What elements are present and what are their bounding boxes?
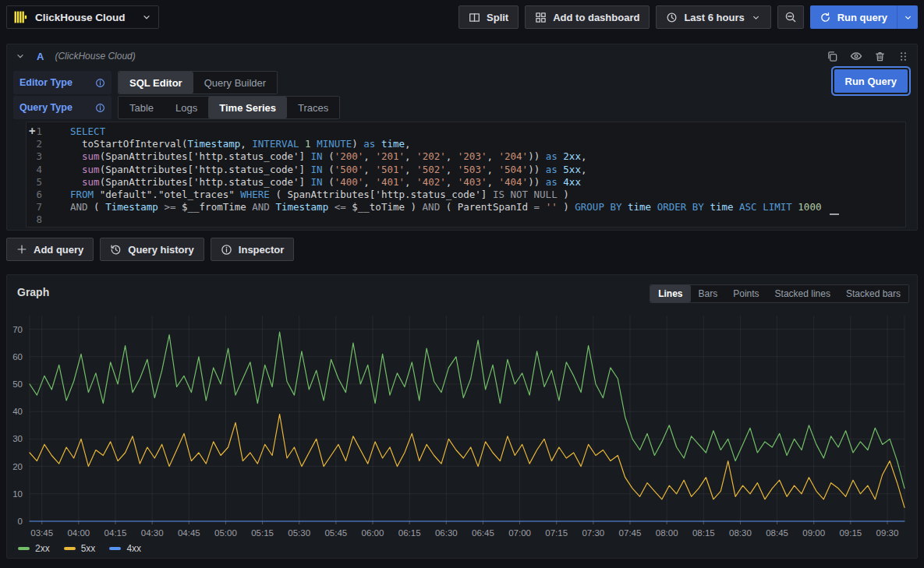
- x-axis-tick-label: 06:45: [472, 528, 494, 538]
- clock-icon: [666, 12, 678, 23]
- x-axis-tick-label: 06:15: [398, 528, 421, 538]
- datasource-picker[interactable]: ClickHouse Cloud: [6, 5, 159, 29]
- run-query-panel-button[interactable]: Run Query: [834, 69, 908, 93]
- query-editor-panel: A (ClickHouse Cloud): [6, 44, 918, 231]
- x-axis-tick-label: 05:00: [214, 528, 237, 538]
- x-axis-tick-label: 08:00: [656, 528, 678, 538]
- graph-mode-option-stacked-bars[interactable]: Stacked bars: [838, 285, 908, 302]
- query-type-option-table[interactable]: Table: [119, 97, 165, 118]
- x-axis-tick-label: 08:45: [766, 528, 788, 538]
- editor-type-option-sql-editor[interactable]: SQL Editor: [119, 72, 193, 93]
- sql-line-7[interactable]: AND ( Timestamp >= $__fromTime AND Times…: [70, 201, 902, 213]
- info-icon[interactable]: [95, 103, 105, 113]
- line-number: 6: [27, 189, 42, 201]
- y-axis-tick-label: 30: [12, 434, 23, 443]
- run-query-button[interactable]: Run query: [810, 5, 897, 29]
- split-button[interactable]: Split: [458, 5, 519, 29]
- query-history-button[interactable]: Query history: [100, 238, 204, 261]
- collapse-chevron-icon[interactable]: [15, 51, 26, 62]
- line-number: 7: [27, 201, 42, 213]
- run-query-label: Run query: [837, 12, 887, 23]
- toolbar-right-group: Split Add to dashboard Last 6 hours: [458, 5, 918, 29]
- editor-type-label-text: Editor Type: [19, 77, 73, 88]
- zoom-out-time-button[interactable]: [777, 5, 804, 29]
- sql-line-6[interactable]: FROM "default"."otel_traces" WHERE ( Spa…: [70, 189, 902, 201]
- editor-type-label: Editor Type: [13, 71, 112, 94]
- editor-cursor: [830, 213, 839, 215]
- x-axis-tick-label: 08:15: [692, 528, 715, 538]
- time-range-picker[interactable]: Last 6 hours: [656, 5, 770, 29]
- duplicate-query-icon[interactable]: [827, 51, 838, 62]
- inspector-button[interactable]: Inspector: [211, 238, 295, 261]
- query-header-actions: [827, 50, 909, 62]
- chevron-down-icon: [141, 12, 152, 23]
- sql-line-1[interactable]: SELECT: [70, 125, 902, 138]
- x-axis-tick-label: 07:30: [582, 528, 604, 538]
- legend-swatch-5xx: [64, 547, 76, 550]
- legend-item-2xx[interactable]: 2xx: [18, 543, 50, 554]
- query-type-option-time-series[interactable]: Time Series: [208, 97, 287, 118]
- x-axis-tick-label: 07:15: [545, 528, 568, 538]
- x-axis-tick-label: 05:30: [288, 528, 310, 538]
- x-axis-tick-label: 07:45: [619, 528, 642, 538]
- graph-style-radio-group: LinesBarsPointsStacked linesStacked bars: [650, 284, 909, 303]
- line-number: 8: [27, 213, 42, 226]
- x-axis-tick-label: 08:30: [729, 528, 752, 538]
- sql-line-3[interactable]: sum(SpanAttributes['http.status_code'] I…: [70, 150, 902, 163]
- y-axis-tick-label: 70: [12, 325, 23, 334]
- line-number-gutter: 12345678: [27, 125, 42, 227]
- x-axis-tick-label: 04:00: [67, 528, 90, 538]
- editor-type-option-query-builder[interactable]: Query Builder: [193, 72, 277, 93]
- zoom-out-icon: [784, 11, 797, 23]
- info-icon[interactable]: [95, 78, 105, 88]
- add-query-button[interactable]: Add query: [6, 238, 94, 261]
- legend-item-4xx[interactable]: 4xx: [109, 543, 141, 554]
- add-to-dashboard-button[interactable]: Add to dashboard: [525, 5, 650, 29]
- graph-mode-option-stacked-lines[interactable]: Stacked lines: [767, 285, 838, 302]
- x-axis-tick-label: 06:00: [362, 528, 384, 538]
- time-series-chart[interactable]: 01020304050607003:4504:0004:1504:3004:45…: [7, 309, 917, 543]
- sql-line-2[interactable]: toStartOfInterval(Timestamp, INTERVAL 1 …: [70, 138, 902, 150]
- history-icon: [110, 244, 122, 256]
- chevron-down-icon: [751, 12, 761, 23]
- x-axis-tick-label: 09:30: [876, 528, 899, 538]
- grafana-explore-page: ClickHouse Cloud Split Add t: [0, 0, 924, 568]
- query-type-option-logs[interactable]: Logs: [165, 97, 208, 118]
- graph-mode-option-lines[interactable]: Lines: [650, 285, 690, 302]
- dashboard-grid-icon: [535, 12, 547, 23]
- top-toolbar: ClickHouse Cloud Split Add t: [0, 0, 924, 34]
- refresh-icon: [820, 12, 831, 23]
- y-axis-tick-label: 50: [12, 379, 23, 389]
- sql-line-5[interactable]: sum(SpanAttributes['http.status_code'] I…: [70, 176, 902, 189]
- plus-icon: [16, 244, 27, 255]
- graph-mode-option-bars[interactable]: Bars: [691, 285, 726, 302]
- explore-actions-row: Add query Query history Inspector: [6, 238, 294, 261]
- run-query-dropdown-caret[interactable]: [897, 5, 918, 29]
- editor-type-row: Editor Type SQL EditorQuery Builder: [13, 71, 278, 94]
- query-history-label: Query history: [128, 244, 194, 256]
- sql-line-4[interactable]: sum(SpanAttributes['http.status_code'] I…: [70, 164, 902, 176]
- add-query-label: Add query: [34, 244, 83, 256]
- editor-type-segmented-control: SQL EditorQuery Builder: [118, 71, 278, 94]
- y-axis-tick-label: 10: [12, 489, 23, 499]
- query-type-option-traces[interactable]: Traces: [287, 97, 339, 118]
- legend-label-2xx: 2xx: [35, 543, 50, 554]
- legend-item-5xx[interactable]: 5xx: [64, 543, 96, 554]
- y-axis-tick-label: 0: [18, 517, 23, 526]
- sql-code-editor[interactable]: + 12345678 SELECT toStartOfInterval(Time…: [26, 122, 906, 228]
- hide-response-eye-icon[interactable]: [850, 50, 862, 62]
- split-icon: [469, 12, 480, 23]
- delete-query-trash-icon[interactable]: [874, 51, 886, 62]
- sql-code-lines: SELECT toStartOfInterval(Timestamp, INTE…: [70, 125, 902, 227]
- query-type-label: Query Type: [13, 96, 112, 119]
- query-type-label-text: Query Type: [19, 102, 73, 113]
- x-axis-tick-label: 05:45: [324, 528, 347, 538]
- query-header: A (ClickHouse Cloud): [7, 44, 917, 68]
- drag-handle-icon[interactable]: [897, 51, 909, 62]
- legend-label-4xx: 4xx: [126, 543, 141, 554]
- clickhouse-logo-icon: [13, 9, 29, 25]
- query-datasource-hint: (ClickHouse Cloud): [55, 51, 135, 62]
- graph-mode-option-points[interactable]: Points: [725, 285, 766, 302]
- sql-line-8[interactable]: [70, 213, 902, 226]
- x-axis-tick-label: 04:30: [141, 528, 164, 538]
